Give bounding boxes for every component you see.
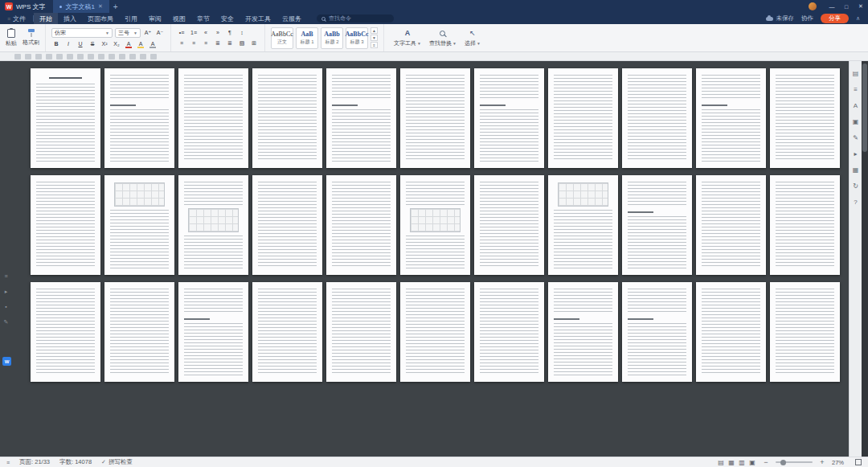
- document-page[interactable]: [326, 282, 396, 382]
- strikethrough-icon[interactable]: S: [88, 39, 97, 48]
- menu-tab-5[interactable]: 审阅: [143, 13, 167, 24]
- italic-icon[interactable]: I: [63, 39, 73, 48]
- word-count[interactable]: 字数: 14078: [59, 458, 92, 466]
- annotate-icon[interactable]: ✎: [2, 318, 10, 326]
- shading-icon[interactable]: ▧: [237, 39, 247, 47]
- style-heading-3[interactable]: AaBbCc标题 3: [346, 27, 368, 49]
- quick-icon-2[interactable]: [25, 54, 31, 59]
- document-page[interactable]: [548, 282, 618, 382]
- bookmark-pane-icon[interactable]: ▸: [852, 150, 860, 158]
- menu-tab-4[interactable]: 引用: [119, 13, 143, 24]
- paste-button[interactable]: 粘贴: [6, 29, 17, 47]
- decrease-indent-icon[interactable]: «: [201, 28, 211, 37]
- assistant-badge[interactable]: W: [2, 357, 11, 366]
- document-page[interactable]: [696, 175, 766, 275]
- distribute-icon[interactable]: ≣: [225, 39, 235, 47]
- page-view-icon[interactable]: ▦: [727, 459, 735, 466]
- command-search-box[interactable]: 查找命令: [317, 14, 394, 23]
- zoom-slider-handle[interactable]: [780, 460, 786, 465]
- close-tab-icon[interactable]: ✕: [98, 3, 103, 10]
- style-heading-1[interactable]: AaB标题 1: [296, 27, 318, 49]
- close-button[interactable]: ✕: [854, 0, 868, 13]
- document-page[interactable]: [770, 175, 840, 275]
- font-name-select[interactable]: 仿宋 ▼: [51, 28, 113, 38]
- find-replace-button[interactable]: 查找替换▼: [425, 28, 461, 47]
- zoom-in-button[interactable]: +: [818, 458, 826, 466]
- styles-pane-icon[interactable]: A: [852, 101, 860, 109]
- align-center-icon[interactable]: ≡: [189, 39, 199, 47]
- scrollbar-thumb[interactable]: [862, 63, 867, 152]
- zoom-out-button[interactable]: −: [762, 458, 770, 466]
- bookmark-icon[interactable]: ▸: [2, 288, 10, 295]
- file-menu-button[interactable]: ≡ 文件: [0, 13, 33, 24]
- menu-tab-8[interactable]: 安全: [215, 13, 240, 24]
- share-button[interactable]: 分享: [821, 14, 849, 23]
- justify-icon[interactable]: ≣: [213, 39, 223, 47]
- increase-font-icon[interactable]: A⁺: [143, 28, 153, 37]
- document-page[interactable]: [252, 282, 322, 382]
- document-page[interactable]: [548, 68, 618, 168]
- document-page[interactable]: [622, 68, 692, 168]
- document-page[interactable]: [178, 175, 248, 275]
- quick-icon-12[interactable]: [129, 54, 136, 59]
- fullscreen-icon[interactable]: [855, 459, 862, 465]
- quick-icon-13[interactable]: [140, 54, 146, 59]
- document-page[interactable]: [770, 282, 840, 382]
- document-page[interactable]: [474, 68, 544, 168]
- menu-tab-10[interactable]: 云服务: [276, 13, 307, 24]
- spell-check[interactable]: ✓ 拼写检查: [101, 458, 133, 466]
- outline-view-icon[interactable]: ▣: [748, 459, 756, 466]
- document-page[interactable]: [622, 175, 692, 275]
- align-right-icon[interactable]: ≡: [201, 39, 211, 47]
- bold-icon[interactable]: B: [51, 39, 61, 48]
- quick-icon-3[interactable]: [35, 54, 42, 59]
- quick-icon-5[interactable]: [56, 54, 63, 59]
- document-page[interactable]: [400, 68, 470, 168]
- document-page[interactable]: [548, 175, 618, 275]
- menu-tab-6[interactable]: 视图: [167, 13, 191, 24]
- zoom-level[interactable]: 27%: [832, 459, 850, 466]
- document-page[interactable]: [31, 175, 100, 275]
- quick-icon-14[interactable]: [150, 54, 157, 59]
- superscript-icon[interactable]: X²: [100, 39, 109, 48]
- quick-icon-11[interactable]: [119, 54, 125, 59]
- document-page[interactable]: [474, 282, 544, 382]
- user-avatar[interactable]: [809, 2, 817, 10]
- maximize-button[interactable]: □: [839, 0, 854, 13]
- help-pane-icon[interactable]: ?: [852, 198, 860, 206]
- gallery-down-icon[interactable]: ▼: [371, 35, 378, 41]
- document-page[interactable]: [326, 68, 396, 168]
- quick-icon-10[interactable]: [108, 54, 115, 59]
- subscript-icon[interactable]: X₂: [112, 39, 121, 48]
- selection-pane-icon[interactable]: ▣: [852, 117, 860, 125]
- highlight-color-icon[interactable]: A: [136, 39, 145, 48]
- menu-tab-7[interactable]: 章节: [191, 13, 215, 24]
- save-status[interactable]: 未保存: [766, 14, 794, 23]
- increase-indent-icon[interactable]: »: [213, 28, 223, 37]
- document-page[interactable]: [178, 282, 248, 382]
- bullet-list-icon[interactable]: •≡: [177, 28, 186, 37]
- find-icon[interactable]: ≡: [852, 85, 860, 93]
- marker-icon[interactable]: ▪: [2, 303, 10, 310]
- quick-icon-4[interactable]: [46, 54, 52, 59]
- collapse-ribbon-icon[interactable]: ∧: [856, 15, 860, 22]
- quick-icon-6[interactable]: [67, 54, 73, 59]
- document-page[interactable]: [104, 175, 174, 275]
- quick-icon-9[interactable]: [98, 54, 104, 59]
- borders-icon[interactable]: ⊞: [249, 39, 259, 47]
- line-spacing-icon[interactable]: ↕: [237, 28, 247, 37]
- menu-tab-3[interactable]: 页面布局: [82, 13, 119, 24]
- align-left-icon[interactable]: ≡: [177, 39, 186, 47]
- quick-icon-8[interactable]: [88, 54, 94, 59]
- document-page[interactable]: [31, 68, 100, 168]
- style-normal[interactable]: AaBbCc正文: [271, 27, 293, 49]
- document-page[interactable]: [696, 282, 766, 382]
- number-list-icon[interactable]: 1≡: [189, 28, 199, 37]
- edit-pane-icon[interactable]: ✎: [852, 133, 860, 141]
- document-page[interactable]: [31, 282, 100, 382]
- document-page[interactable]: [252, 175, 322, 275]
- document-page[interactable]: [770, 68, 840, 168]
- minimize-button[interactable]: —: [825, 0, 839, 13]
- new-tab-button[interactable]: +: [109, 2, 122, 11]
- document-page[interactable]: [400, 282, 470, 382]
